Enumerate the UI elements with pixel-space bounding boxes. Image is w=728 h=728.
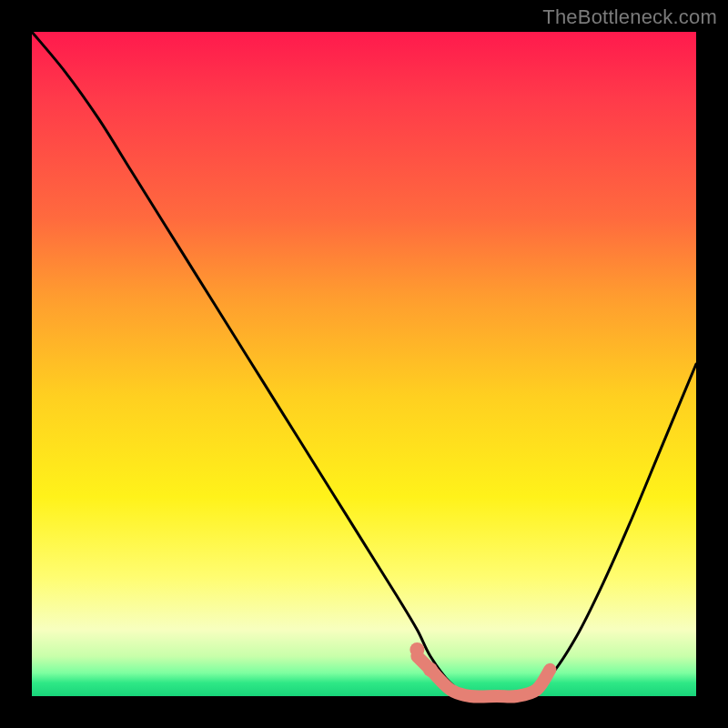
highlight-dot (410, 642, 424, 657)
optimal-range-highlight (417, 656, 550, 696)
chart-frame: TheBottleneck.com (0, 0, 728, 728)
watermark-text: TheBottleneck.com (542, 5, 717, 29)
chart-svg (32, 32, 696, 696)
highlight-dot (423, 662, 438, 677)
bottleneck-curve (32, 32, 696, 698)
plot-area (32, 32, 696, 696)
